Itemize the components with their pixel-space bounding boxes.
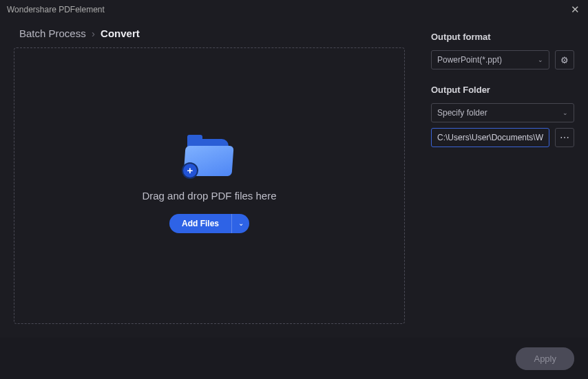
- app-title: Wondershare PDFelement: [7, 5, 569, 14]
- format-settings-button[interactable]: ⚙: [555, 50, 574, 69]
- add-files-button[interactable]: Add Files: [169, 214, 231, 233]
- apply-button[interactable]: Apply: [516, 347, 574, 370]
- output-format-select[interactable]: PowerPoint(*.ppt) ⌄: [431, 50, 549, 69]
- output-folder-group: Output Folder Specify folder ⌄ ⋯: [431, 85, 574, 147]
- output-folder-path-input[interactable]: [431, 128, 549, 147]
- footer-bar: Apply: [0, 338, 588, 379]
- chevron-down-icon: ⌄: [563, 109, 568, 116]
- add-files-dropdown-button[interactable]: ⌄: [231, 214, 249, 233]
- right-pane: Output format PowerPoint(*.ppt) ⌄ ⚙ Outp…: [419, 19, 588, 338]
- ellipsis-icon: ⋯: [560, 134, 569, 141]
- breadcrumb-root[interactable]: Batch Process: [19, 28, 86, 39]
- output-folder-mode-value: Specify folder: [437, 108, 487, 118]
- breadcrumb-sep-icon: ›: [92, 28, 95, 39]
- folder-add-icon: +: [183, 139, 235, 177]
- dropzone-label: Drag and drop PDF files here: [142, 190, 276, 202]
- chevron-down-icon: ⌄: [538, 56, 543, 63]
- close-button[interactable]: ✕: [569, 3, 581, 16]
- content-area: Batch Process › Convert + Drag and drop …: [0, 19, 588, 338]
- output-format-group: Output format PowerPoint(*.ppt) ⌄ ⚙: [431, 32, 574, 69]
- output-folder-label: Output Folder: [431, 85, 574, 95]
- output-folder-mode-select[interactable]: Specify folder ⌄: [431, 103, 574, 122]
- breadcrumb-current: Convert: [101, 28, 140, 39]
- browse-folder-button[interactable]: ⋯: [555, 128, 574, 147]
- output-format-label: Output format: [431, 32, 574, 42]
- gear-icon: ⚙: [560, 55, 569, 65]
- add-files-row: Add Files ⌄: [169, 214, 249, 233]
- title-bar: Wondershare PDFelement ✕: [0, 0, 588, 19]
- left-pane: Batch Process › Convert + Drag and drop …: [0, 19, 419, 338]
- close-icon: ✕: [571, 3, 580, 16]
- plus-badge-icon: +: [182, 162, 198, 179]
- output-format-value: PowerPoint(*.ppt): [437, 55, 502, 65]
- chevron-down-icon: ⌄: [238, 219, 244, 227]
- breadcrumb: Batch Process › Convert: [19, 28, 405, 39]
- drop-zone[interactable]: + Drag and drop PDF files here Add Files…: [14, 47, 405, 324]
